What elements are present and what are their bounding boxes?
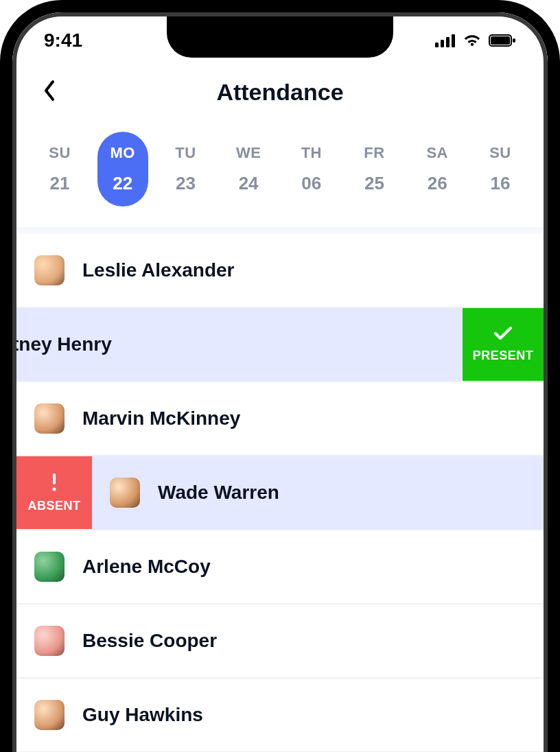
exclamation-icon [51, 472, 58, 496]
student-name: Leslie Alexander [82, 259, 235, 281]
absent-label: ABSENT [27, 499, 80, 513]
student-row[interactable]: urtney HenryPRESENT [16, 308, 544, 382]
avatar [34, 403, 65, 434]
student-name: Wade Warren [158, 482, 279, 504]
student-row[interactable]: Leslie Alexander [16, 234, 544, 308]
student-row[interactable]: Arlene McCoy [16, 530, 544, 604]
week-selector: SU21MO22TU23WE24TH06FR25SA26SU16 [16, 119, 544, 234]
present-label: PRESENT [473, 349, 534, 363]
page-title: Attendance [216, 79, 343, 106]
student-row[interactable]: Bessie Cooper [16, 604, 544, 679]
day-column[interactable]: TH06 [286, 132, 337, 207]
avatar [34, 700, 65, 730]
avatar [34, 552, 65, 582]
day-number: 16 [490, 173, 510, 194]
day-number: 26 [428, 173, 447, 194]
avatar [34, 626, 65, 656]
present-action[interactable]: PRESENT [463, 308, 544, 381]
day-label: SU [489, 144, 511, 162]
student-row[interactable]: Marvin McKinney [16, 382, 544, 456]
day-number: 24 [239, 173, 259, 194]
student-name: Arlene McCoy [82, 556, 211, 578]
check-icon [493, 326, 513, 344]
student-row[interactable]: ABSENTWade Warren [16, 456, 544, 530]
day-number: 21 [50, 173, 70, 194]
student-row-inner: Guy Hawkins [16, 679, 544, 751]
day-label: SU [49, 144, 71, 162]
avatar [110, 478, 140, 508]
day-column[interactable]: MO22 [97, 132, 148, 207]
day-label: WE [236, 144, 261, 162]
absent-action[interactable]: ABSENT [16, 456, 92, 529]
day-column[interactable]: SA26 [412, 132, 463, 207]
day-column[interactable]: SU16 [475, 132, 526, 207]
svg-rect-7 [53, 473, 56, 484]
student-row[interactable]: Guy Hawkins [16, 679, 544, 752]
status-time: 9:41 [44, 30, 82, 51]
back-button[interactable] [36, 78, 63, 106]
day-label: TH [301, 144, 322, 162]
student-name: Marvin McKinney [82, 408, 240, 430]
day-number: 25 [364, 173, 384, 194]
day-number: 06 [301, 173, 321, 194]
status-icons [435, 34, 516, 47]
page-header: Attendance [16, 64, 544, 119]
phone-screen: 9:41 Attendance SU2 [12, 12, 548, 752]
student-name: Guy Hawkins [82, 704, 203, 726]
student-row-inner: Bessie Cooper [16, 604, 544, 677]
student-name: Bessie Cooper [82, 630, 217, 652]
student-list: Leslie Alexanderurtney HenryPRESENTMarvi… [16, 234, 544, 752]
student-row-inner: Leslie Alexander [16, 234, 544, 307]
svg-point-8 [53, 488, 56, 491]
student-row-inner: Marvin McKinney [16, 382, 544, 455]
day-column[interactable]: WE24 [223, 132, 274, 207]
svg-rect-2 [446, 37, 450, 47]
svg-rect-5 [491, 36, 510, 45]
device-notch [167, 16, 393, 58]
student-row-inner: Wade Warren [92, 456, 544, 529]
student-row-inner: urtney Henry [16, 308, 502, 381]
wifi-icon [463, 34, 482, 47]
student-row-inner: Arlene McCoy [16, 530, 544, 603]
svg-rect-6 [513, 38, 515, 43]
day-number: 22 [113, 173, 132, 194]
student-name: urtney Henry [16, 333, 112, 355]
svg-rect-3 [452, 34, 455, 47]
chevron-left-icon [43, 80, 56, 104]
day-label: SA [426, 144, 448, 162]
day-number: 23 [176, 173, 196, 194]
svg-rect-1 [441, 40, 444, 47]
day-column[interactable]: TU23 [160, 132, 211, 207]
day-column[interactable]: FR25 [349, 132, 400, 207]
day-label: TU [175, 144, 196, 162]
day-label: FR [364, 144, 384, 162]
day-label: MO [110, 144, 135, 162]
day-column[interactable]: SU21 [34, 132, 85, 207]
phone-frame: 9:41 Attendance SU2 [0, 0, 560, 752]
cellular-icon [435, 34, 456, 47]
avatar [34, 255, 65, 285]
svg-rect-0 [435, 43, 439, 47]
battery-icon [489, 34, 516, 47]
